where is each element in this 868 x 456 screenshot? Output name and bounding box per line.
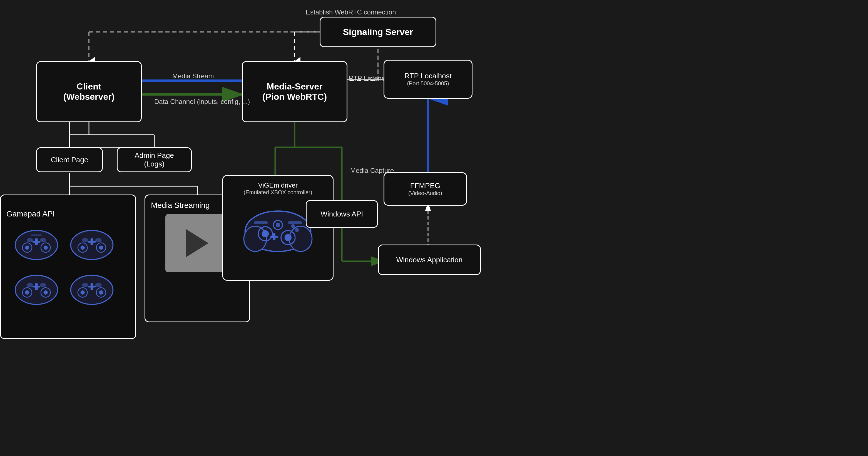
- admin-page-box: Admin Page (Logs): [117, 147, 192, 172]
- svg-rect-87: [254, 221, 268, 224]
- rtp-localhost-label-line2: (Port 5004-5005): [407, 80, 449, 87]
- media-server-label-line1: Media-Server: [267, 82, 323, 92]
- svg-point-65: [27, 283, 33, 287]
- client-page-box: Client Page: [36, 147, 103, 172]
- windows-app-box: Windows Application: [378, 245, 481, 275]
- svg-point-47: [40, 238, 46, 242]
- ffmpeg-label-line1: FFMPEG: [410, 182, 440, 190]
- svg-point-80: [262, 230, 269, 237]
- windows-api-box: Windows API: [306, 200, 378, 228]
- ffmpeg-label-line2: (Video-Audio): [408, 190, 442, 196]
- svg-rect-73: [91, 283, 93, 290]
- vigem-box: ViGEm driver (Emulated XBOX controller): [222, 175, 334, 281]
- play-icon: [186, 229, 209, 257]
- windows-api-label: Windows API: [320, 210, 363, 219]
- media-stream-label: Media Stream: [172, 72, 214, 80]
- establish-webrtc-label: Establish WebRTC connection: [306, 8, 396, 16]
- media-server-box: Media-Server (Pion WebRTC): [242, 61, 347, 122]
- data-channel-label: Data Channel (inputs, config, ...): [154, 98, 250, 106]
- svg-point-41: [25, 246, 29, 250]
- gamepad-api-box: Gamepad API: [0, 195, 136, 339]
- rtp-listener-label: RTP Listener: [349, 74, 388, 82]
- svg-point-51: [81, 246, 85, 250]
- rtp-localhost-label-line1: RTP Localhost: [404, 72, 452, 80]
- svg-point-69: [81, 290, 85, 295]
- svg-point-82: [285, 234, 291, 241]
- admin-page-label-line2: (Logs): [144, 160, 164, 168]
- gamepad-api-label: Gamepad API: [1, 207, 55, 219]
- svg-rect-64: [35, 283, 38, 290]
- media-streaming-label: Media Streaming: [151, 201, 210, 210]
- windows-app-label: Windows Application: [396, 256, 463, 264]
- svg-point-60: [25, 290, 29, 295]
- client-label-line1: Client: [77, 82, 101, 92]
- svg-point-56: [82, 238, 88, 242]
- signaling-server-box: Signaling Server: [320, 17, 436, 47]
- signaling-server-label: Signaling Server: [343, 27, 413, 37]
- svg-point-85: [291, 224, 295, 228]
- rtp-localhost-box: RTP Localhost (Port 5004-5005): [383, 60, 472, 99]
- svg-point-62: [44, 290, 48, 295]
- media-server-label-line2: (Pion WebRTC): [262, 92, 327, 102]
- client-label-line2: (Webserver): [63, 92, 115, 102]
- vigem-label-line1: ViGEm driver: [258, 182, 298, 189]
- svg-point-53: [99, 246, 103, 250]
- svg-point-43: [44, 246, 48, 250]
- svg-rect-88: [288, 221, 302, 224]
- client-box: Client (Webserver): [36, 61, 142, 122]
- svg-rect-84: [273, 233, 275, 240]
- ffmpeg-box: FFMPEG (Video-Audio): [383, 172, 467, 206]
- svg-point-90: [276, 223, 280, 227]
- gamepad-icons: [4, 221, 132, 327]
- admin-page-label-line1: Admin Page: [134, 151, 174, 160]
- client-page-label: Client Page: [51, 156, 88, 164]
- svg-rect-48: [31, 234, 42, 236]
- diagram: Establish WebRTC connection Signaling Se…: [0, 0, 868, 456]
- svg-point-66: [40, 283, 46, 287]
- xbox-controller-icon: [239, 198, 317, 254]
- svg-rect-55: [91, 238, 93, 246]
- svg-rect-45: [35, 238, 38, 246]
- svg-point-78: [289, 226, 312, 252]
- svg-point-46: [27, 238, 33, 242]
- svg-point-86: [295, 228, 299, 232]
- vigem-label-line2: (Emulated XBOX controller): [244, 189, 312, 196]
- svg-point-74: [82, 283, 88, 287]
- svg-point-57: [95, 238, 102, 242]
- svg-point-75: [95, 283, 102, 287]
- svg-point-71: [99, 290, 103, 295]
- svg-point-77: [244, 226, 267, 252]
